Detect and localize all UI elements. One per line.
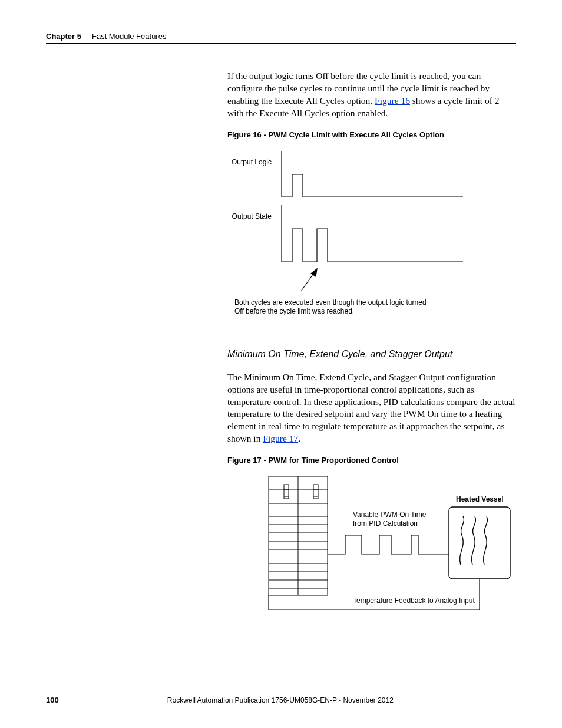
figure17-label-feedback: Temperature Feedback to Analog Input [353,597,475,605]
paragraph-2: The Minimum On Time, Extend Cycle, and S… [227,371,517,446]
figure17-label-pwm-line2: from PID Calculation [353,519,418,528]
figure17-diagram: Heated Vessel Variable PWM On Time from … [251,476,517,630]
p2-text-b: . [298,433,300,443]
page-footer: 100 Rockwell Automation Publication 1756… [46,696,516,704]
chapter-number: Chapter 5 [46,32,81,41]
section-heading: Minimum On Time, Extend Cycle, and Stagg… [227,349,517,360]
page-number: 100 [46,696,59,704]
svg-rect-23 [449,507,510,579]
figure16-caption: Figure 16 - PWM Cycle Limit with Execute… [227,130,517,139]
figure16-link[interactable]: Figure 16 [375,95,410,106]
figure16-label-output-logic: Output Logic [224,158,272,166]
figure17-label-pwm-line1: Variable PWM On Time [353,510,426,519]
figure16-note: Both cycles are executed even though the… [234,298,435,317]
figure17-link[interactable]: Figure 17 [263,433,298,443]
figure17-label-heated-vessel: Heated Vessel [456,495,504,503]
figure17-caption: Figure 17 - PWM for Time Proportioned Co… [227,456,517,465]
figure16-label-output-state: Output State [224,212,272,220]
page-header: Chapter 5 Fast Module Features [46,32,516,44]
paragraph-1: If the output logic turns Off before the… [227,70,517,120]
publication-info: Rockwell Automation Publication 1756-UM0… [59,696,502,704]
chapter-title: Fast Module Features [92,32,166,41]
figure16-diagram: Output Logic Output State [227,151,517,328]
